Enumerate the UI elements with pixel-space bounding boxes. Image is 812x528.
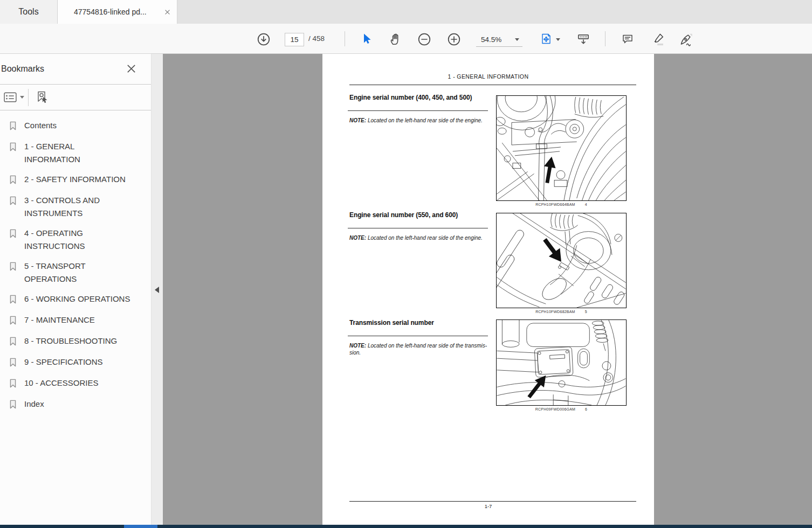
locate-bookmark-icon [35, 90, 50, 105]
bookmarks-panel-header: Bookmarks [0, 54, 151, 85]
zoom-in-icon [447, 32, 461, 46]
bookmark-item-maintenance[interactable]: 7 - MAINTENANCE [9, 314, 149, 328]
fill-sign-icon [678, 32, 694, 47]
panel-gutter [151, 54, 163, 525]
tab-document[interactable]: 47754816-linked pd... [58, 0, 177, 24]
bookmark-item-troubleshooting[interactable]: 8 - TROUBLESHOOTING [9, 335, 149, 349]
chevron-down-icon [515, 38, 519, 41]
select-tool-button[interactable] [359, 31, 374, 46]
hand-tool-icon [388, 32, 402, 46]
highlight-button[interactable] [650, 32, 666, 47]
bottom-status-bar [0, 525, 812, 528]
comment-icon [621, 33, 635, 46]
page-display-button[interactable] [539, 31, 553, 47]
page-display-chevron-icon[interactable] [556, 38, 560, 41]
toolbar-separator [605, 31, 605, 46]
bookmark-icon [9, 315, 17, 328]
note-label: NOTE: [349, 117, 366, 123]
bookmark-icon [9, 399, 17, 412]
bookmark-item-transport-operations[interactable]: 5 - TRANSPORT OPERATIONS [9, 260, 149, 286]
tab-tools[interactable]: Tools [0, 0, 58, 24]
figure-caption: RCPH10FWD664BAM 4 [496, 203, 627, 206]
zoom-out-icon [417, 32, 431, 46]
select-tool-icon [360, 32, 373, 46]
bookmark-icon [9, 357, 17, 370]
bookmark-icon [9, 336, 17, 349]
bookmark-item-index[interactable]: Index [9, 398, 149, 412]
download-icon [257, 32, 271, 46]
bookmark-icon [9, 142, 17, 166]
bookmark-item-safety-information[interactable]: 2 - SAFETY INFORMATION [9, 173, 149, 187]
header-rule [349, 85, 636, 85]
download-button[interactable] [256, 31, 272, 47]
bookmark-item-general-information[interactable]: 1 - GENERAL INFORMATION [9, 140, 149, 166]
section-rule [348, 228, 488, 228]
toolbar-position-button[interactable] [575, 32, 592, 47]
page-header: 1 - GENERAL INFORMATION [322, 73, 654, 80]
figure-number: 5 [585, 310, 587, 314]
section-heading: Engine serial number (400, 450, and 500) [349, 94, 472, 101]
bookmark-item-accessories[interactable]: 10 - ACCESSORIES [9, 377, 149, 391]
footer-rule [349, 501, 636, 502]
tab-document-title: 47754816-linked pd... [74, 8, 147, 16]
figure-engine-550-illustration [496, 213, 627, 308]
document-viewport[interactable]: 1 - GENERAL INFORMATION Engine serial nu… [163, 54, 812, 525]
figure-id: RCPH10FWD682BAM [535, 310, 575, 314]
highlight-icon [651, 32, 666, 47]
options-icon [3, 91, 18, 103]
figure-caption: RCPH10FWD682BAM 5 [496, 310, 627, 314]
bookmark-item-specifications[interactable]: 9 - SPECIFICATIONS [9, 356, 149, 370]
collapse-panel-arrow-icon[interactable] [155, 287, 159, 293]
comment-button[interactable] [620, 32, 636, 46]
bookmark-icon [9, 196, 17, 220]
page-footer-number: 1-7 [322, 503, 654, 509]
figure-id: RCPH09FWD006GAM [535, 407, 575, 411]
bookmark-item-operating-instructions[interactable]: 4 - OPERATING INSTRUCTIONS [9, 227, 149, 253]
bookmark-icon [9, 121, 17, 133]
figure-id: RCPH10FWD664BAM [535, 203, 575, 206]
section-note: NOTE: Located on the left-hand rear side… [349, 343, 496, 356]
toolbar-separator [28, 89, 29, 106]
section-heading: Transmission serial number [349, 319, 434, 326]
section-note: NOTE: Located on the left-hand rear side… [349, 235, 496, 242]
section-heading: Engine serial number (550, and 600) [349, 211, 458, 219]
bookmark-icon [9, 175, 17, 187]
progress-segment [124, 525, 157, 528]
bookmark-icon [9, 294, 17, 307]
bookmarks-panel: Bookmarks Contents 1 - GENERAL INFORMATI… [0, 54, 151, 525]
pdf-page: 1 - GENERAL INFORMATION Engine serial nu… [322, 54, 654, 525]
tab-close-button[interactable] [164, 9, 170, 15]
locate-current-bookmark-button[interactable] [35, 90, 50, 105]
section-note: NOTE: Located on the left-hand rear side… [349, 117, 496, 124]
zoom-level-dropdown[interactable]: 54.5% [476, 32, 522, 47]
main-toolbar: / 458 54.5% [0, 24, 812, 54]
hand-tool-button[interactable] [388, 32, 403, 47]
section-rule [348, 110, 488, 111]
bookmarks-panel-title: Bookmarks [1, 64, 44, 74]
note-label: NOTE: [349, 343, 366, 349]
page-display-icon [540, 31, 553, 46]
zoom-out-button[interactable] [417, 32, 432, 47]
fill-sign-button[interactable] [677, 32, 696, 47]
note-label: NOTE: [349, 235, 366, 241]
figure-caption: RCPH09FWD006GAM 6 [496, 407, 627, 411]
figure-number: 4 [585, 203, 587, 206]
section-rule [348, 336, 488, 336]
tab-tools-label: Tools [18, 7, 38, 17]
zoom-level-value: 54.5% [481, 36, 501, 44]
tab-bar: Tools 47754816-linked pd... [0, 0, 812, 24]
page-number-input[interactable] [285, 33, 304, 46]
toolbar-separator [345, 31, 345, 46]
bookmark-item-contents[interactable]: Contents [9, 119, 149, 133]
figure-transmission-illustration [496, 319, 627, 406]
bookmarks-options-button[interactable] [3, 91, 24, 103]
page-count-label: / 458 [308, 34, 325, 43]
bookmark-item-controls-and-instruments[interactable]: 3 - CONTROLS AND INSTRUMENTS [9, 194, 149, 220]
close-icon [127, 64, 136, 73]
bookmarks-close-button[interactable] [127, 64, 136, 75]
chevron-down-icon [20, 96, 24, 99]
bookmarks-toolbar [0, 85, 151, 110]
bookmark-icon [9, 261, 17, 286]
bookmark-item-working-operations[interactable]: 6 - WORKING OPERATIONS [9, 293, 149, 307]
zoom-in-button[interactable] [446, 32, 462, 47]
